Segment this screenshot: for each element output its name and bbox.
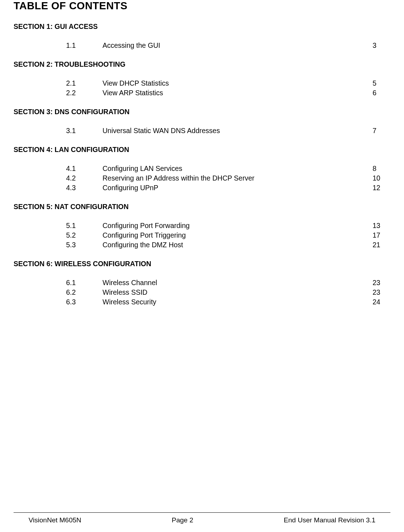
toc-entry-number: 3.1 xyxy=(66,127,103,135)
toc-entry-number: 4.3 xyxy=(66,184,103,192)
toc-entry-number: 1.1 xyxy=(66,41,103,50)
toc-entry-page: 13 xyxy=(290,222,390,230)
toc-entry-number: 6.3 xyxy=(66,298,103,306)
toc-entry-page: 6 xyxy=(290,89,390,97)
toc-entry-title: Configuring Port Triggering xyxy=(103,231,290,239)
toc-entry-page: 24 xyxy=(290,298,390,306)
page-footer: VisionNet M605N Page 2 End User Manual R… xyxy=(14,512,390,532)
footer-center: Page 2 xyxy=(172,516,193,524)
page-title: TABLE OF CONTENTS xyxy=(14,0,390,12)
toc-entry: 4.2Reserving an IP Address within the DH… xyxy=(14,174,390,182)
toc-entry: 2.1View DHCP Statistics5 xyxy=(14,79,390,87)
toc-entry-page: 7 xyxy=(290,127,390,135)
section-header: SECTION 5: NAT CONFIGURATION xyxy=(14,203,390,211)
toc-entry-number: 2.1 xyxy=(66,79,103,87)
section-header: SECTION 4: LAN CONFIGURATION xyxy=(14,146,390,154)
toc-entry-title: Configuring Port Forwarding xyxy=(103,222,290,230)
toc-entry: 5.3Configuring the DMZ Host21 xyxy=(14,241,390,249)
toc-entry-number: 6.1 xyxy=(66,279,103,287)
toc-entry: 5.1Configuring Port Forwarding13 xyxy=(14,222,390,230)
toc-entry: 6.1Wireless Channel23 xyxy=(14,279,390,287)
toc-entry: 5.2Configuring Port Triggering17 xyxy=(14,231,390,239)
toc-entry-page: 8 xyxy=(290,164,390,173)
toc-entry-page: 5 xyxy=(290,79,390,87)
table-of-contents: SECTION 1: GUI ACCESS1.1Accessing the GU… xyxy=(14,22,390,306)
toc-entry-number: 2.2 xyxy=(66,89,103,97)
footer-left: VisionNet M605N xyxy=(29,516,81,524)
toc-entry: 6.2Wireless SSID23 xyxy=(14,288,390,297)
toc-entry-number: 6.2 xyxy=(66,288,103,297)
toc-entry-title: Wireless SSID xyxy=(103,288,290,297)
toc-entry-title: View ARP Statistics xyxy=(103,89,290,97)
toc-entry-number: 4.2 xyxy=(66,174,103,182)
toc-entry-page: 23 xyxy=(290,288,390,297)
toc-entry-page: 21 xyxy=(290,241,390,249)
toc-entry-title: Configuring UPnP xyxy=(103,184,290,192)
toc-entry-title: Configuring LAN Services xyxy=(103,164,290,173)
section-header: SECTION 3: DNS CONFIGURATION xyxy=(14,108,390,116)
section-header: SECTION 6: WIRELESS CONFIGURATION xyxy=(14,260,390,268)
toc-entry: 2.2View ARP Statistics6 xyxy=(14,89,390,97)
toc-entry-title: View DHCP Statistics xyxy=(103,79,290,87)
toc-entry-title: Configuring the DMZ Host xyxy=(103,241,290,249)
toc-entry-page: 10 xyxy=(290,174,390,182)
toc-entry-number: 5.1 xyxy=(66,222,103,230)
toc-entry-number: 5.3 xyxy=(66,241,103,249)
section-header: SECTION 1: GUI ACCESS xyxy=(14,22,390,31)
toc-entry: 6.3Wireless Security24 xyxy=(14,298,390,306)
toc-entry-title: Wireless Security xyxy=(103,298,290,306)
toc-entry: 4.1Configuring LAN Services8 xyxy=(14,164,390,173)
toc-entry-title: Reserving an IP Address within the DHCP … xyxy=(103,174,290,182)
toc-entry: 1.1Accessing the GUI3 xyxy=(14,41,390,50)
toc-entry-page: 23 xyxy=(290,279,390,287)
toc-entry: 3.1Universal Static WAN DNS Addresses7 xyxy=(14,127,390,135)
toc-entry-title: Wireless Channel xyxy=(103,279,290,287)
toc-entry-number: 4.1 xyxy=(66,164,103,173)
toc-entry: 4.3Configuring UPnP12 xyxy=(14,184,390,192)
toc-entry-page: 3 xyxy=(290,41,390,50)
footer-right: End User Manual Revision 3.1 xyxy=(284,516,375,524)
toc-entry-page: 17 xyxy=(290,231,390,239)
section-header: SECTION 2: TROUBLESHOOTING xyxy=(14,60,390,69)
toc-entry-number: 5.2 xyxy=(66,231,103,239)
toc-entry-title: Universal Static WAN DNS Addresses xyxy=(103,127,290,135)
toc-entry-page: 12 xyxy=(290,184,390,192)
toc-entry-title: Accessing the GUI xyxy=(103,41,290,50)
